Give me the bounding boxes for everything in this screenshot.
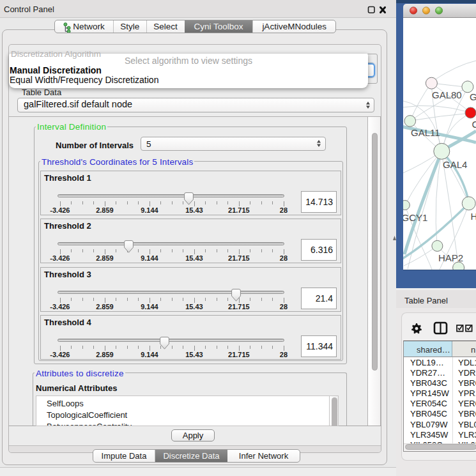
- svg-text:GAL11: GAL11: [411, 127, 440, 138]
- svg-text:GA: GA: [470, 91, 476, 102]
- svg-text:GAL80: GAL80: [432, 89, 462, 100]
- svg-text:C: C: [472, 119, 476, 130]
- svg-text:GCY1: GCY1: [403, 212, 427, 223]
- svg-text:H: H: [471, 211, 476, 222]
- svg-text:HAP2: HAP2: [438, 252, 463, 263]
- svg-text:GAL4: GAL4: [443, 159, 467, 170]
